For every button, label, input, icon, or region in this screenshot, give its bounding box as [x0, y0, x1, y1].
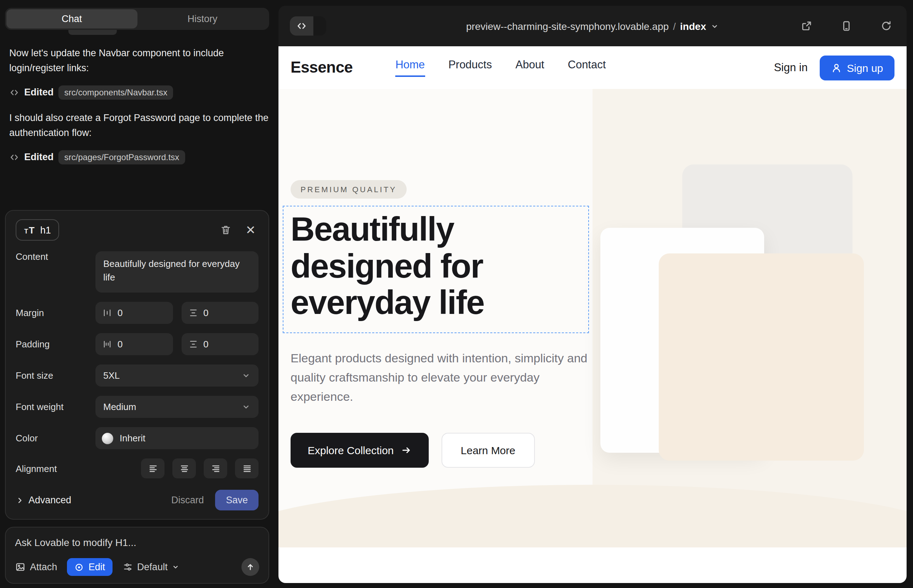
- premium-quality-badge: PREMIUM QUALITY: [291, 180, 407, 199]
- align-left-icon: [148, 464, 158, 473]
- sign-up-button[interactable]: Sign up: [820, 55, 895, 80]
- edited-file-row: Edited src/components/Navbar.tsx: [9, 86, 269, 100]
- user-icon: [831, 62, 842, 73]
- nav-link-about[interactable]: About: [515, 58, 544, 77]
- tab-history[interactable]: History: [137, 9, 268, 29]
- padding-label: Padding: [16, 339, 96, 349]
- text-size-icon: TT: [24, 223, 34, 236]
- clipped-file-badge: [68, 30, 117, 35]
- url-domain: preview--charming-site-symphony.lovable.…: [466, 20, 669, 32]
- element-inspector-panel: TT h1 ✕ Content Beautifully designed for…: [5, 210, 269, 520]
- trash-icon: [220, 224, 231, 236]
- code-view-toggle[interactable]: [290, 16, 326, 36]
- margin-y-input[interactable]: 0: [181, 302, 259, 324]
- code-chevrons-icon: [296, 21, 307, 31]
- edited-label: Edited: [24, 152, 54, 162]
- padding-y-input[interactable]: 0: [181, 333, 259, 355]
- align-center-icon: [179, 464, 189, 473]
- close-inspector-button[interactable]: ✕: [243, 221, 259, 239]
- code-icon: [9, 152, 19, 162]
- smartphone-icon: [840, 20, 853, 32]
- align-justify-button[interactable]: [235, 459, 259, 478]
- arrow-right-icon: [401, 444, 412, 455]
- font-weight-label: Font weight: [16, 402, 96, 412]
- delete-element-button[interactable]: [217, 221, 234, 239]
- color-swatch: [102, 433, 113, 444]
- url-separator: /: [673, 20, 676, 32]
- save-button[interactable]: Save: [215, 490, 259, 510]
- image-icon: [15, 562, 26, 572]
- site-navbar: Essence Home Products About Contact Sign…: [278, 46, 907, 89]
- alignment-label: Alignment: [16, 463, 96, 474]
- chat-history-tabbar: Chat History: [5, 8, 269, 30]
- chevron-down-icon: [711, 22, 719, 30]
- color-select[interactable]: Inherit: [96, 427, 259, 449]
- mode-select-button[interactable]: Default: [122, 562, 180, 572]
- edit-mode-button[interactable]: Edit: [67, 558, 113, 576]
- align-right-icon: [210, 464, 220, 473]
- edited-file-badge[interactable]: src/pages/ForgotPassword.tsx: [59, 150, 185, 164]
- selected-element-pill[interactable]: TT h1: [16, 219, 60, 241]
- open-in-new-tab-button[interactable]: [798, 17, 816, 35]
- chevron-down-icon: [241, 371, 251, 380]
- url-page: index: [680, 20, 706, 32]
- color-label: Color: [16, 433, 96, 444]
- learn-more-button[interactable]: Learn More: [442, 433, 534, 467]
- nav-link-products[interactable]: Products: [448, 58, 492, 77]
- send-button[interactable]: [241, 558, 259, 576]
- vertical-padding-icon: [188, 339, 197, 349]
- preview-panel: preview--charming-site-symphony.lovable.…: [278, 0, 913, 588]
- selected-h1-element[interactable]: Beautifully designed for everyday life: [283, 206, 589, 333]
- code-icon: [9, 87, 19, 97]
- nav-link-home[interactable]: Home: [395, 58, 425, 77]
- explore-collection-button[interactable]: Explore Collection: [291, 433, 429, 467]
- site-logo[interactable]: Essence: [291, 58, 353, 77]
- left-panel: Chat History Now let's update the Navbar…: [0, 0, 278, 588]
- align-center-button[interactable]: [172, 459, 196, 478]
- refresh-button[interactable]: [877, 17, 895, 35]
- select-target-icon: [74, 562, 84, 572]
- discard-button[interactable]: Discard: [171, 495, 204, 506]
- align-right-button[interactable]: [204, 459, 227, 478]
- align-justify-icon: [242, 464, 252, 473]
- refresh-icon: [880, 20, 892, 32]
- align-left-button[interactable]: [141, 459, 165, 478]
- site-preview: Essence Home Products About Contact Sign…: [278, 46, 907, 583]
- decorative-cream-card: [659, 254, 864, 460]
- sign-in-link[interactable]: Sign in: [774, 61, 808, 74]
- padding-x-input[interactable]: 0: [96, 333, 173, 355]
- browser-frame: preview--charming-site-symphony.lovable.…: [278, 6, 907, 583]
- font-size-label: Font size: [16, 370, 96, 381]
- arrow-up-icon: [246, 562, 255, 572]
- tab-chat[interactable]: Chat: [6, 9, 137, 29]
- close-icon: ✕: [246, 224, 256, 236]
- sliders-icon: [122, 562, 133, 572]
- content-input[interactable]: Beautifully designed for everyday life: [96, 251, 259, 292]
- edited-file-badge[interactable]: src/components/Navbar.tsx: [59, 86, 173, 100]
- content-label: Content: [16, 251, 96, 262]
- hero-section: PREMIUM QUALITY Beautifully designed for…: [278, 89, 907, 548]
- url-bar[interactable]: preview--charming-site-symphony.lovable.…: [466, 20, 719, 32]
- chevron-down-icon: [172, 563, 180, 571]
- margin-x-input[interactable]: 0: [96, 302, 173, 324]
- font-size-select[interactable]: 5XL: [96, 365, 259, 386]
- external-link-icon: [800, 20, 813, 32]
- hero-headline: Beautifully designed for everyday life: [291, 211, 581, 321]
- toggle-track: [313, 16, 326, 36]
- chevron-right-icon: [16, 496, 24, 504]
- font-weight-select[interactable]: Medium: [96, 396, 259, 418]
- vertical-spacing-icon: [188, 308, 197, 318]
- chat-input[interactable]: Ask Lovable to modify H1...: [15, 537, 259, 558]
- advanced-toggle[interactable]: Advanced: [16, 495, 71, 506]
- chat-message: I should also create a Forgot Password p…: [9, 111, 269, 141]
- attach-button[interactable]: Attach: [15, 562, 57, 572]
- mobile-preview-button[interactable]: [837, 17, 855, 35]
- horizontal-padding-icon: [102, 339, 112, 349]
- nav-link-contact[interactable]: Contact: [568, 58, 606, 77]
- browser-toolbar: preview--charming-site-symphony.lovable.…: [278, 6, 907, 46]
- hero-subtext: Elegant products designed with intention…: [291, 349, 590, 407]
- selected-element-tag: h1: [40, 225, 51, 235]
- margin-label: Margin: [16, 307, 96, 318]
- edited-file-row: Edited src/pages/ForgotPassword.tsx: [9, 150, 269, 164]
- app: Chat History Now let's update the Navbar…: [0, 0, 913, 588]
